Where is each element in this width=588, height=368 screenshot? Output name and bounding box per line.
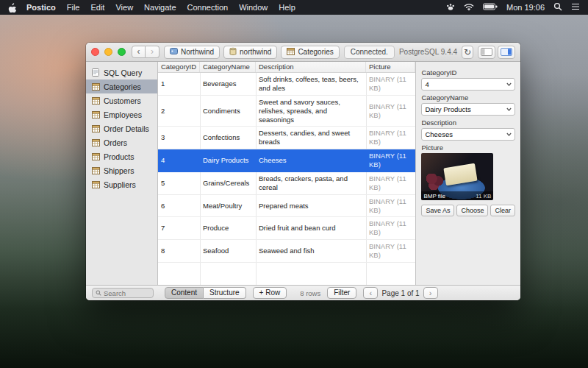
sidebar-item-sql-query[interactable]: SQL Query — [86, 66, 157, 79]
menu-navigate[interactable]: Navigate — [144, 3, 176, 12]
sidebar-item-shippers[interactable]: Shippers — [86, 163, 157, 177]
zoom-button[interactable] — [118, 48, 126, 56]
close-button[interactable] — [91, 48, 99, 56]
table-row[interactable]: 6Meat/PoultryPrepared meatsBINARY (11 KB… — [158, 195, 415, 218]
menu-connection[interactable]: Connection — [187, 3, 229, 12]
choose-button[interactable]: Choose — [456, 205, 488, 216]
table-cell[interactable]: 4 — [158, 154, 200, 167]
table-cell[interactable]: 8 — [158, 244, 200, 258]
apple-menu-icon[interactable] — [8, 3, 16, 13]
save-as-button[interactable]: Save As — [421, 205, 454, 216]
table-cell[interactable]: BINARY (11 KB) — [366, 127, 415, 149]
sidebar-item-orders[interactable]: Orders — [86, 135, 157, 149]
forward-button[interactable]: › — [146, 46, 159, 58]
refresh-button[interactable]: ↻ — [462, 46, 473, 59]
table-cell[interactable]: Beverages — [200, 77, 256, 91]
right-panel-toggle-button[interactable] — [498, 46, 515, 59]
filter-button[interactable]: Filter — [327, 287, 356, 299]
menu-postico[interactable]: Postico — [26, 3, 56, 12]
table-row[interactable]: 1BeveragesSoft drinks, coffees, teas, be… — [158, 73, 415, 96]
sidebar-item-products[interactable]: Products — [86, 149, 157, 163]
table-cell[interactable]: Seafood — [200, 244, 256, 258]
wifi-icon[interactable] — [464, 3, 474, 13]
column-header-picture[interactable]: Picture — [366, 62, 415, 72]
table-cell[interactable]: Soft drinks, coffees, teas, beers, and a… — [256, 73, 366, 95]
table-row[interactable]: 8SeafoodSeaweed and fishBINARY (11 KB) — [158, 240, 415, 263]
table-cell[interactable]: Meat/Poultry — [200, 199, 256, 213]
breadcrumb-northwind[interactable]: northwind — [223, 46, 277, 59]
battery-icon[interactable] — [483, 3, 498, 12]
tab-content[interactable]: Content — [165, 287, 204, 299]
breadcrumb-northwind[interactable]: Northwind — [164, 46, 220, 59]
table-cell[interactable]: BINARY (11 KB) — [366, 100, 415, 122]
combo-value: 4 — [425, 80, 429, 88]
table-cell[interactable]: Condiments — [200, 105, 256, 118]
column-header-description[interactable]: Description — [256, 62, 366, 72]
page-indicator-label: Page 1 of 1 — [381, 289, 419, 297]
next-page-button[interactable]: › — [423, 287, 438, 299]
search-input[interactable] — [104, 289, 148, 297]
search-field[interactable] — [92, 288, 154, 298]
table-cell[interactable]: BINARY (11 KB) — [366, 149, 415, 171]
table-row[interactable]: 4Dairy ProductsCheesesBINARY (11 KB) — [158, 149, 415, 172]
sidebar-item-employees[interactable]: Employees — [86, 107, 157, 121]
table-cell[interactable]: 2 — [158, 105, 200, 118]
table-cell[interactable]: Seaweed and fish — [256, 244, 366, 258]
table-cell[interactable]: BINARY (11 KB) — [366, 172, 415, 194]
menu-bar-clock[interactable]: Mon 19:06 — [506, 3, 545, 12]
field-combo-description[interactable]: Cheeses — [421, 128, 515, 141]
table-row[interactable]: 5Grains/CerealsBreads, crackers, pasta, … — [158, 172, 415, 195]
table-cell[interactable]: Produce — [200, 222, 256, 235]
sidebar-item-suppliers[interactable]: Suppliers — [86, 177, 157, 191]
table-cell[interactable]: 3 — [158, 131, 200, 144]
clear-button[interactable]: Clear — [490, 205, 515, 216]
table-row[interactable]: 2CondimentsSweet and savory sauces, reli… — [158, 96, 415, 127]
notification-center-icon[interactable] — [571, 3, 580, 12]
column-header-categoryname[interactable]: CategoryName — [200, 62, 256, 72]
table-cell[interactable]: Sweet and savory sauces, relishes, sprea… — [256, 96, 366, 127]
table-cell[interactable]: Dairy Products — [200, 154, 256, 167]
table-cell[interactable]: 1 — [158, 77, 200, 91]
database-icon — [229, 47, 237, 57]
tab-structure[interactable]: Structure — [204, 287, 246, 299]
breadcrumb-categories[interactable]: Categories — [281, 46, 339, 59]
table-cell[interactable]: Grains/Cereals — [200, 177, 256, 190]
add-row-button[interactable]: + Row — [253, 287, 287, 299]
column-header-categoryid[interactable]: CategoryID — [158, 62, 200, 72]
paw-icon[interactable] — [446, 2, 455, 13]
table-cell[interactable]: BINARY (11 KB) — [366, 240, 415, 262]
sidebar-item-order-details[interactable]: Order Details — [86, 121, 157, 135]
row-count-label: 8 rows — [300, 289, 320, 297]
connection-icon — [170, 47, 178, 57]
table-cell[interactable]: Cheeses — [256, 154, 366, 167]
minimize-button[interactable] — [104, 48, 112, 56]
table-cell[interactable]: 6 — [158, 199, 200, 213]
menu-file[interactable]: File — [67, 3, 80, 12]
spotlight-icon[interactable] — [553, 2, 562, 13]
table-cell[interactable]: 5 — [158, 177, 200, 190]
back-button[interactable]: ‹ — [132, 46, 146, 58]
chevron-down-icon — [506, 132, 512, 138]
table-cell[interactable]: Confections — [200, 131, 256, 144]
sidebar-item-customers[interactable]: Customers — [86, 93, 157, 107]
table-row[interactable]: 7ProduceDried fruit and bean curdBINARY … — [158, 217, 415, 240]
table-cell[interactable]: BINARY (11 KB) — [366, 217, 415, 239]
sidebar-item-categories[interactable]: Categories — [86, 79, 157, 93]
field-combo-categoryid[interactable]: 4 — [421, 78, 515, 91]
table-cell[interactable]: Desserts, candies, and sweet breads — [256, 127, 366, 149]
menu-window[interactable]: Window — [239, 3, 268, 12]
table-cell[interactable]: Breads, crackers, pasta, and cereal — [256, 172, 366, 194]
menu-help[interactable]: Help — [279, 3, 295, 12]
field-combo-categoryname[interactable]: Dairy Products — [421, 103, 515, 116]
left-panel-toggle-button[interactable] — [478, 46, 495, 59]
previous-page-button[interactable]: ‹ — [363, 287, 378, 299]
menu-edit[interactable]: Edit — [90, 3, 104, 12]
table-cell[interactable]: Dried fruit and bean curd — [256, 222, 366, 235]
table-cell[interactable]: BINARY (11 KB) — [366, 73, 415, 95]
menu-view[interactable]: View — [115, 3, 133, 12]
table-cell[interactable]: 7 — [158, 222, 200, 235]
picture-thumbnail[interactable]: BMP file 11 KB — [421, 153, 493, 200]
table-cell[interactable]: Prepared meats — [256, 199, 366, 213]
table-row[interactable]: 3ConfectionsDesserts, candies, and sweet… — [158, 127, 415, 149]
table-cell[interactable]: BINARY (11 KB) — [366, 195, 415, 217]
